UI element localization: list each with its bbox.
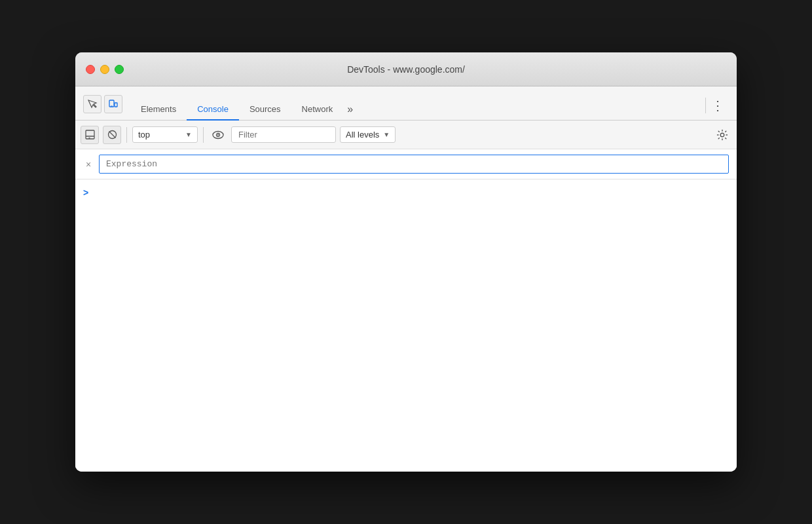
tab-more-button[interactable]: » [343,98,357,121]
inspect-icon-button[interactable] [83,95,101,113]
tab-sources[interactable]: Sources [239,99,291,121]
clear-console-button[interactable] [103,126,121,144]
device-icon-button[interactable] [104,95,122,113]
eye-icon [212,130,224,140]
console-output: > [75,179,737,472]
log-levels-selector[interactable]: All levels ▼ [340,126,396,143]
title-bar: DevTools - www.google.com/ [75,52,737,86]
filter-input[interactable] [231,126,336,143]
console-area: × > [75,149,737,472]
levels-label: All levels [346,130,379,140]
close-button[interactable] [86,65,95,74]
tab-bar-tools [83,95,122,120]
clear-icon [107,130,117,140]
expression-input[interactable] [99,155,729,174]
toolbar-separator-1 [126,127,127,143]
console-prompt-row: > [83,185,729,200]
svg-point-11 [720,133,724,137]
toolbar-separator-2 [203,127,204,143]
context-selector[interactable]: top ▼ [132,126,198,143]
console-toolbar: top ▼ All levels ▼ [75,121,737,149]
tab-bar-separator [705,98,706,113]
tab-network[interactable]: Network [291,99,344,121]
context-value: top [138,130,150,140]
tab-elements[interactable]: Elements [130,99,187,121]
device-icon [108,99,119,109]
inspect-icon [87,99,98,109]
traffic-lights [86,65,124,74]
tab-bar-end: ⋮ [704,98,729,120]
svg-point-10 [217,134,219,136]
tab-console[interactable]: Console [187,99,239,121]
svg-marker-5 [88,138,90,139]
live-expressions-button[interactable] [209,126,227,144]
devtools-window: DevTools - www.google.com/ Elements Cons… [75,52,737,472]
window-title: DevTools - www.google.com/ [347,64,465,75]
expression-row: × [75,149,737,179]
devtools-menu-button[interactable]: ⋮ [707,98,729,113]
drawer-icon [85,130,95,140]
show-drawer-button[interactable] [81,126,99,144]
expression-close-button[interactable]: × [83,159,94,170]
maximize-button[interactable] [115,65,124,74]
levels-arrow: ▼ [383,131,390,138]
svg-rect-1 [115,103,117,107]
svg-line-7 [109,132,115,138]
prompt-arrow-icon[interactable]: > [83,187,88,198]
settings-button[interactable] [713,126,731,144]
tab-bar: Elements Console Sources Network » ⋮ [75,86,737,121]
context-arrow: ▼ [185,131,192,138]
minimize-button[interactable] [100,65,109,74]
gear-icon [716,129,728,141]
